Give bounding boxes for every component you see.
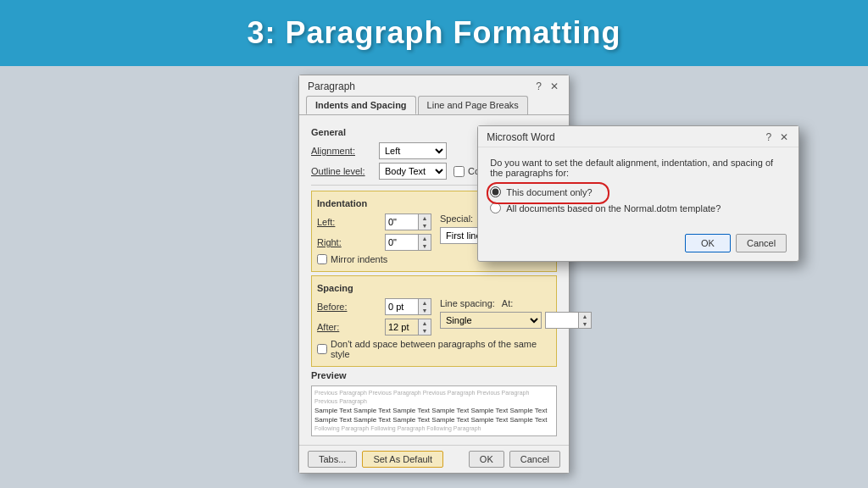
word-titlebar: Microsoft Word ? ✕: [478, 126, 798, 147]
word-dialog-controls: ? ✕: [765, 131, 791, 143]
footer-left: Tabs... Set As Default: [308, 451, 443, 468]
alignment-select[interactable]: Left: [379, 142, 447, 159]
preview-previous: Previous Paragraph Previous Paragraph Pr…: [314, 389, 554, 406]
after-label: After:: [317, 322, 385, 332]
indent-right-spin: ▲ ▼: [385, 234, 431, 251]
before-spin: ▲ ▼: [385, 298, 431, 315]
line-spacing-label-row: Line spacing: At:: [440, 298, 592, 308]
at-arrows: ▲ ▼: [579, 312, 592, 329]
dont-add-label: Don't add space between paragraphs of th…: [331, 339, 551, 359]
collapsed-checkbox[interactable]: [453, 166, 465, 177]
option1-highlight: This document only?: [490, 186, 593, 197]
tab-line-page-breaks[interactable]: Line and Page Breaks: [418, 96, 528, 114]
spacing-section: Spacing Before: ▲ ▼: [311, 275, 557, 367]
spacing-right-col: Line spacing: At: Single ▲ ▼: [440, 298, 592, 339]
paragraph-tabs: Indents and Spacing Line and Page Breaks: [299, 96, 569, 115]
before-label: Before:: [317, 302, 385, 312]
outline-label: Outline level:: [311, 166, 379, 176]
paragraph-titlebar: Paragraph ? ✕: [299, 75, 569, 96]
word-dialog-body: Do you want to set the default alignment…: [478, 147, 798, 229]
paragraph-help-button[interactable]: ?: [534, 80, 543, 92]
spacing-cols: Before: ▲ ▼ After:: [317, 298, 551, 339]
indent-left-input[interactable]: [385, 214, 419, 230]
spacing-left-col: Before: ▲ ▼ After:: [317, 298, 431, 339]
after-arrows: ▲ ▼: [419, 319, 431, 336]
preview-section: Preview Previous Paragraph Previous Para…: [311, 370, 557, 436]
indent-left-up[interactable]: ▲: [419, 214, 431, 222]
indent-right-arrows: ▲ ▼: [419, 234, 431, 251]
word-close-button[interactable]: ✕: [778, 131, 790, 143]
indent-left-arrows: ▲ ▼: [419, 214, 431, 230]
indent-right-input[interactable]: [385, 234, 419, 251]
word-dialog-title: Microsoft Word: [487, 131, 554, 143]
footer-right: OK Cancel: [469, 451, 560, 468]
line-spacing-select[interactable]: Single: [440, 312, 542, 329]
paragraph-ok-button[interactable]: OK: [469, 451, 504, 468]
indent-left-row: Left: ▲ ▼: [317, 214, 431, 230]
paragraph-dialog-footer: Tabs... Set As Default OK Cancel: [299, 445, 569, 473]
indent-left-spin: ▲ ▼: [385, 214, 431, 230]
set-default-button[interactable]: Set As Default: [362, 451, 443, 468]
tab-indents-spacing[interactable]: Indents and Spacing: [306, 96, 416, 114]
word-help-button[interactable]: ?: [765, 131, 774, 143]
paragraph-dialog-controls: ? ✕: [534, 80, 560, 92]
preview-following: Following Paragraph Following Paragraph …: [314, 424, 554, 433]
word-dialog-footer: OK Cancel: [478, 229, 798, 261]
word-question: Do you want to set the default alignment…: [490, 158, 787, 178]
preview-sample2: Sample Text Sample Text Sample Text Samp…: [314, 415, 554, 424]
option2-label: All documents based on the Normal.dotm t…: [506, 203, 721, 214]
after-spin: ▲ ▼: [385, 319, 431, 336]
indent-right-up[interactable]: ▲: [419, 235, 431, 242]
option1-row: This document only?: [490, 186, 787, 197]
dont-add-checkbox[interactable]: [317, 344, 327, 354]
at-input[interactable]: [545, 312, 579, 329]
option1-label: This document only?: [506, 187, 593, 197]
line-spacing-value-row: Single ▲ ▼: [440, 312, 592, 329]
option2-radio[interactable]: [490, 202, 501, 214]
paragraph-close-button[interactable]: ✕: [548, 80, 560, 92]
header-banner: 3: Paragraph Formatting: [0, 0, 868, 66]
spacing-section-label: Spacing: [317, 283, 551, 293]
content-area: Paragraph ? ✕ Indents and Spacing Line a…: [0, 66, 868, 478]
indent-right-label: Right:: [317, 237, 385, 247]
word-ok-button[interactable]: OK: [685, 234, 731, 252]
after-row: After: ▲ ▼: [317, 319, 431, 336]
alignment-label: Alignment:: [311, 146, 379, 156]
word-dialog: Microsoft Word ? ✕ Do you want to set th…: [477, 125, 799, 262]
outline-select[interactable]: Body Text: [379, 163, 447, 180]
preview-box: Previous Paragraph Previous Paragraph Pr…: [311, 385, 557, 436]
before-input[interactable]: [385, 298, 419, 315]
dont-add-row: Don't add space between paragraphs of th…: [317, 339, 551, 359]
option1-radio[interactable]: [490, 186, 501, 197]
paragraph-dialog-title: Paragraph: [308, 80, 355, 92]
paragraph-cancel-button[interactable]: Cancel: [509, 451, 560, 468]
mirror-label: Mirror indents: [331, 254, 387, 264]
indent-left-down[interactable]: ▼: [419, 222, 431, 230]
preview-sample: Sample Text Sample Text Sample Text Samp…: [314, 406, 554, 415]
word-cancel-button[interactable]: Cancel: [736, 234, 787, 252]
mirror-checkbox[interactable]: [317, 254, 327, 264]
at-down[interactable]: ▼: [579, 320, 591, 328]
before-down[interactable]: ▼: [419, 307, 431, 314]
indent-left-label: Left:: [317, 217, 385, 227]
after-up[interactable]: ▲: [419, 319, 431, 327]
before-row: Before: ▲ ▼: [317, 298, 431, 315]
option2-row: All documents based on the Normal.dotm t…: [490, 202, 787, 214]
at-up[interactable]: ▲: [579, 313, 591, 320]
line-spacing-label: Line spacing:: [440, 298, 495, 308]
tabs-button[interactable]: Tabs...: [308, 451, 357, 468]
preview-label: Preview: [311, 370, 557, 380]
page-title: 3: Paragraph Formatting: [0, 15, 868, 51]
at-label: At:: [502, 298, 513, 308]
before-arrows: ▲ ▼: [419, 298, 431, 315]
after-down[interactable]: ▼: [419, 327, 431, 335]
after-input[interactable]: [385, 319, 419, 336]
indentation-left-col: Left: ▲ ▼ Right:: [317, 214, 431, 254]
indent-right-down[interactable]: ▼: [419, 242, 431, 250]
at-spin: ▲ ▼: [545, 312, 592, 329]
indent-right-row: Right: ▲ ▼: [317, 234, 431, 251]
before-up[interactable]: ▲: [419, 299, 431, 307]
